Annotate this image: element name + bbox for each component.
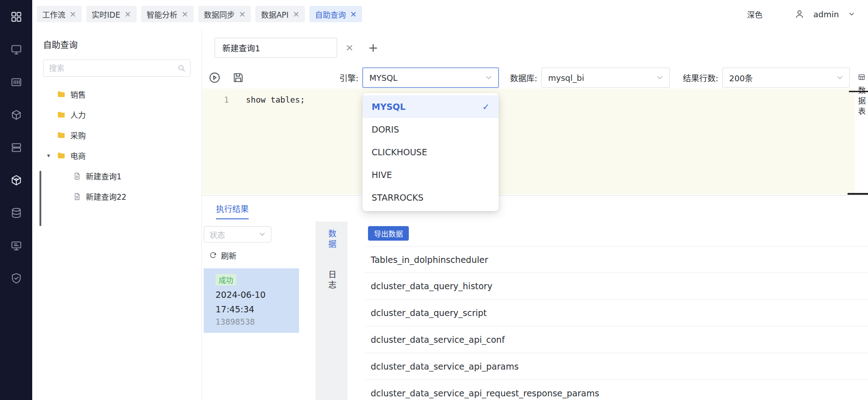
top-tab[interactable]: 工作流 × (37, 6, 82, 22)
top-tab-label: 工作流 (42, 9, 65, 20)
engine-value: MYSQL (369, 73, 397, 83)
scrollbar-thumb-horizontal[interactable] (848, 193, 868, 195)
top-tab-label: 智能分析 (147, 9, 177, 20)
result-rows-select[interactable]: 结果行数: 200条 (722, 68, 850, 88)
tree-item-label: 销售 (70, 89, 86, 100)
result-vertical-tabs: 数据日志 (315, 222, 348, 400)
query-tab-close-icon[interactable]: × (345, 43, 353, 53)
top-tab[interactable]: 数据同步 × (198, 6, 251, 22)
result-vertical-tab[interactable]: 日志 (326, 270, 338, 291)
status-filter-select[interactable]: 状态 (204, 226, 271, 242)
topbar-right: 深色 admin (747, 9, 855, 20)
result-vertical-tab[interactable]: 数据 (326, 229, 338, 250)
save-query-button[interactable] (232, 72, 244, 84)
top-tab-label: 实时IDE (92, 9, 120, 20)
engine-option[interactable]: DORIS ✓ (363, 118, 499, 141)
folder-icon (57, 110, 66, 119)
run-query-button[interactable] (209, 72, 221, 84)
tree-item[interactable]: ▾ 新建查询22 (32, 186, 201, 207)
add-query-tab-icon[interactable]: + (368, 42, 378, 54)
tab-close-icon[interactable]: × (69, 10, 76, 18)
tab-close-icon[interactable]: × (181, 10, 188, 18)
file-icon (73, 193, 81, 201)
folder-icon (57, 90, 66, 99)
nav-security[interactable] (10, 272, 22, 284)
chevron-down-icon (485, 74, 492, 81)
scrollbar-thumb-vertical[interactable] (39, 171, 41, 226)
nav-workbench[interactable] (10, 44, 22, 55)
nav-data-query[interactable] (10, 174, 22, 186)
refresh-label: 刷新 (221, 250, 236, 261)
screen-icon (10, 240, 22, 252)
top-tab[interactable]: 智能分析 × (141, 6, 194, 22)
theme-toggle[interactable]: 深色 (747, 9, 763, 20)
nav-database[interactable] (10, 207, 22, 219)
engine-option[interactable]: MYSQL ✓ (363, 95, 499, 118)
table-icon (858, 74, 865, 81)
database-select[interactable]: 数据库: mysql_bi (541, 68, 670, 88)
nav-screen[interactable] (10, 240, 22, 252)
tab-close-icon[interactable]: × (124, 10, 131, 18)
panel-title: 自助查询 (43, 38, 201, 50)
top-tab[interactable]: 自助查询 × (309, 6, 362, 22)
scrollbar-thumb-horizontal[interactable] (849, 91, 868, 92)
sql-editor[interactable]: 1 show tables; (202, 89, 855, 194)
table-row[interactable]: dcluster_data_service_api_params (365, 353, 868, 380)
table-row[interactable]: dcluster_data_query_script (365, 300, 868, 326)
engine-option-label: CLICKHOUSE (372, 147, 427, 157)
engine-option[interactable]: HIVE ✓ (363, 163, 499, 186)
table-row[interactable]: dcluster_data_query_history (365, 273, 868, 300)
history-date: 2024-06-10 (216, 287, 294, 302)
nav-apps[interactable] (10, 11, 22, 23)
tab-close-icon[interactable]: × (293, 10, 299, 18)
refresh-button[interactable]: 刷新 (209, 250, 315, 261)
query-tab[interactable]: 新建查询1 (215, 38, 337, 58)
tree-item[interactable]: ▾ 销售 (32, 84, 201, 104)
tab-execution-result[interactable]: 执行结果 (216, 202, 249, 219)
top-tab[interactable]: 数据API × (255, 6, 305, 22)
username[interactable]: admin (814, 10, 839, 19)
table-row[interactable]: dcluster_data_service_api_conf (365, 326, 868, 353)
server-icon (10, 142, 22, 153)
database-icon (10, 207, 22, 219)
explorer-panel: 自助查询 ▾ 销售 ▾ 人力 ▾ 采购 ▾ 电商 ▾ 新建查询 (32, 28, 202, 400)
engine-label: 引擎: (339, 72, 358, 84)
database-value: mysql_bi (548, 73, 584, 83)
datatable-panel-toggle[interactable]: 数据表 (855, 28, 868, 195)
tree-item-label: 采购 (70, 129, 86, 141)
nav-server[interactable] (10, 142, 22, 153)
tree-item[interactable]: ▾ 电商 (32, 145, 201, 166)
caret-down-icon[interactable]: ▾ (45, 152, 52, 159)
tab-close-icon[interactable]: × (239, 10, 245, 18)
query-tab-label: 新建查询1 (222, 42, 260, 54)
app-grid-icon (10, 11, 22, 23)
table-row[interactable]: dcluster_data_service_api_request_respon… (365, 380, 868, 400)
tree-item[interactable]: ▾ 新建查询1 (32, 166, 201, 186)
engine-dropdown: MYSQL ✓ DORIS ✓ CLICKHOUSE ✓ HIVE ✓ STAR… (363, 93, 499, 211)
tree-item-label: 新建查询1 (86, 170, 122, 182)
engine-select[interactable]: 引擎: MYSQL (363, 68, 499, 88)
result-tabs: 执行结果 (202, 196, 868, 221)
query-tabs-row: 新建查询1 × + (215, 38, 378, 58)
code-line: 1 show tables; (202, 89, 855, 106)
database-label: 数据库: (510, 72, 537, 84)
tree-item[interactable]: ▾ 采购 (32, 125, 201, 145)
file-tree: ▾ 销售 ▾ 人力 ▾ 采购 ▾ 电商 ▾ 新建查询1 ▾ (32, 84, 201, 207)
result-table: Tables_in_dolphinscheduler dcluster_data… (365, 246, 868, 400)
chevron-down-icon[interactable] (848, 10, 855, 18)
history-item-selected[interactable]: 成功 2024-06-10 17:45:34 13898538 (204, 268, 299, 333)
search-input[interactable] (43, 59, 191, 77)
top-tab-label: 数据API (261, 9, 289, 20)
nav-realtime-ide[interactable] (10, 76, 22, 88)
file-icon (73, 172, 81, 180)
tree-item[interactable]: ▾ 人力 (32, 104, 201, 125)
tab-close-icon[interactable]: × (350, 10, 357, 18)
engine-option[interactable]: CLICKHOUSE ✓ (363, 141, 499, 163)
top-tab[interactable]: 实时IDE × (86, 6, 137, 22)
chevron-down-icon (259, 231, 265, 237)
engine-option[interactable]: STARROCKS ✓ (363, 186, 499, 209)
top-tab-label: 数据同步 (204, 9, 235, 20)
export-data-button[interactable]: 导出数据 (368, 226, 409, 241)
nav-model-cube[interactable] (10, 109, 22, 121)
cube-icon (10, 109, 22, 121)
